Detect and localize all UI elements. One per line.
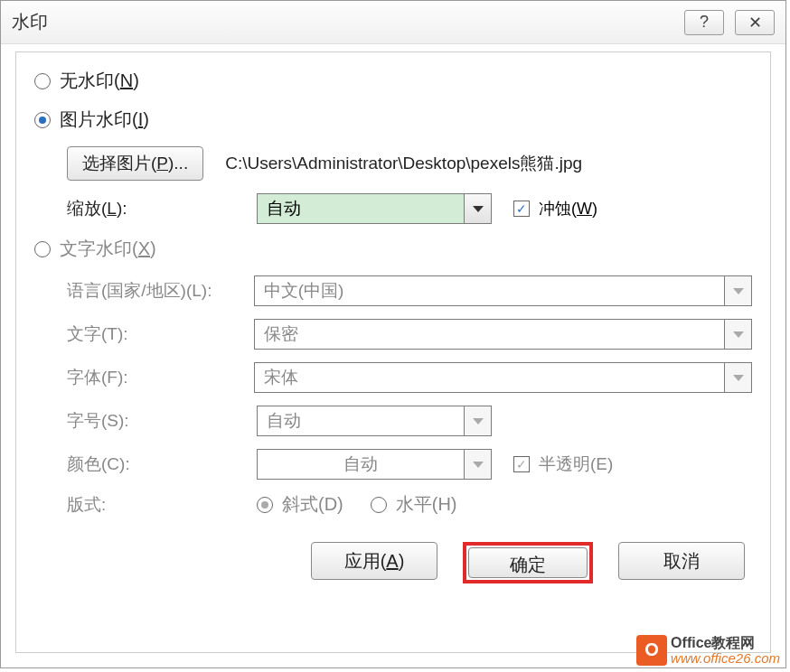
scale-label: 缩放(L): bbox=[67, 197, 257, 220]
font-value: 宋体 bbox=[255, 366, 724, 389]
text-watermark-label: 文字水印(X) bbox=[60, 237, 156, 261]
scale-combo[interactable]: 自动 bbox=[257, 193, 492, 224]
help-button[interactable]: ? bbox=[684, 10, 724, 35]
cancel-button[interactable]: 取消 bbox=[618, 542, 745, 580]
chevron-down-icon bbox=[464, 194, 491, 223]
radio-icon bbox=[34, 241, 51, 257]
language-value: 中文(中国) bbox=[255, 279, 724, 303]
picture-file-path: C:\Users\Administrator\Desktop\pexels熊猫.… bbox=[225, 152, 582, 175]
picture-watermark-radio[interactable]: 图片水印(I) bbox=[34, 107, 752, 132]
checkbox-icon: ✓ bbox=[513, 456, 530, 472]
ok-button[interactable]: 确定 bbox=[468, 547, 588, 578]
apply-button[interactable]: 应用(A) bbox=[311, 542, 437, 580]
chevron-down-icon bbox=[464, 406, 491, 435]
dialog-title: 水印 bbox=[12, 10, 48, 34]
site-text: Office教程网 www.office26.com bbox=[671, 635, 780, 666]
layout-group: 斜式(D) 水平(H) bbox=[257, 492, 457, 517]
text-value: 保密 bbox=[255, 322, 724, 346]
checkbox-icon: ✓ bbox=[513, 201, 530, 217]
chevron-down-icon bbox=[724, 320, 751, 349]
ok-highlight: 确定 bbox=[463, 542, 593, 583]
washout-label: 冲蚀(W) bbox=[539, 198, 597, 219]
font-combo[interactable]: 宋体 bbox=[254, 362, 752, 393]
close-button[interactable]: ✕ bbox=[735, 10, 775, 35]
picture-watermark-label: 图片水印(I) bbox=[60, 107, 149, 132]
diagonal-label: 斜式(D) bbox=[282, 492, 343, 517]
size-label: 字号(S): bbox=[67, 409, 257, 433]
dialog-footer: 应用(A) 确定 取消 bbox=[34, 542, 752, 583]
layout-label: 版式: bbox=[67, 493, 257, 517]
titlebar-buttons: ? ✕ bbox=[684, 10, 775, 35]
text-label: 文字(T): bbox=[67, 322, 254, 346]
site-name: Office教程网 bbox=[671, 635, 780, 651]
radio-icon bbox=[257, 497, 273, 513]
horizontal-radio[interactable]: 水平(H) bbox=[371, 492, 457, 517]
titlebar: 水印 ? ✕ bbox=[1, 1, 785, 44]
semitransparent-checkbox[interactable]: ✓ 半透明(E) bbox=[513, 453, 613, 476]
help-icon: ? bbox=[700, 13, 709, 32]
office-logo-icon: O bbox=[636, 635, 667, 666]
radio-icon bbox=[371, 497, 387, 513]
size-value: 自动 bbox=[258, 409, 464, 433]
horizontal-label: 水平(H) bbox=[396, 492, 457, 517]
diagonal-radio[interactable]: 斜式(D) bbox=[257, 492, 343, 517]
watermark-dialog: 水印 ? ✕ 无水印(N) 图片水印(I) 选择图片(P)... C:\User… bbox=[0, 0, 786, 668]
language-combo[interactable]: 中文(中国) bbox=[254, 275, 752, 306]
radio-icon bbox=[34, 73, 51, 89]
text-combo[interactable]: 保密 bbox=[254, 319, 752, 350]
size-combo[interactable]: 自动 bbox=[257, 406, 492, 436]
chevron-down-icon bbox=[464, 450, 491, 479]
site-badge: O Office教程网 www.office26.com bbox=[636, 635, 780, 666]
no-watermark-radio[interactable]: 无水印(N) bbox=[34, 69, 752, 93]
chevron-down-icon bbox=[724, 276, 751, 305]
select-picture-button[interactable]: 选择图片(P)... bbox=[67, 146, 203, 181]
color-label: 颜色(C): bbox=[67, 453, 257, 476]
close-icon: ✕ bbox=[748, 13, 762, 33]
color-combo[interactable]: 自动 bbox=[257, 449, 492, 480]
text-watermark-radio[interactable]: 文字水印(X) bbox=[34, 237, 752, 261]
radio-icon bbox=[34, 112, 51, 128]
no-watermark-label: 无水印(N) bbox=[60, 69, 139, 93]
washout-checkbox[interactable]: ✓ 冲蚀(W) bbox=[513, 198, 597, 219]
language-label: 语言(国家/地区)(L): bbox=[67, 279, 254, 303]
scale-value: 自动 bbox=[258, 197, 464, 220]
color-value: 自动 bbox=[258, 453, 464, 476]
dialog-content: 无水印(N) 图片水印(I) 选择图片(P)... C:\Users\Admin… bbox=[15, 51, 771, 653]
chevron-down-icon bbox=[724, 363, 751, 392]
semitransparent-label: 半透明(E) bbox=[539, 453, 613, 476]
font-label: 字体(F): bbox=[67, 366, 254, 389]
site-url: www.office26.com bbox=[671, 651, 780, 667]
